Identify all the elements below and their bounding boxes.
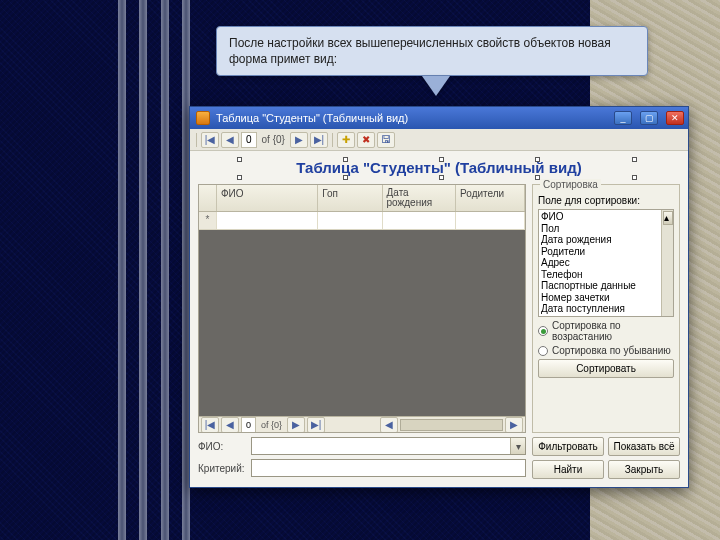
sort-list-item[interactable]: Дата рождения: [541, 234, 671, 246]
data-grid[interactable]: ФИО Гоп Дата рождения Родители * |◀ ◀ 0: [198, 184, 526, 433]
window-title: Таблица "Студенты" (Табличный вид): [216, 112, 408, 124]
grid-navigator: |◀ ◀ 0 of {0} ▶ ▶| ◀ ▶: [199, 416, 525, 432]
grid-nav-first[interactable]: |◀: [201, 417, 219, 433]
find-button[interactable]: Найти: [532, 460, 604, 479]
nav-position-input[interactable]: 0: [241, 132, 257, 148]
nav-prev-button[interactable]: ◀: [221, 132, 239, 148]
sort-desc-radio[interactable]: Сортировка по убыванию: [538, 345, 674, 356]
close-window-button[interactable]: ✕: [666, 111, 684, 125]
fio-label: ФИО:: [198, 441, 245, 452]
grid-nav-last[interactable]: ▶|: [307, 417, 325, 433]
sort-list-item[interactable]: Родители: [541, 246, 671, 258]
maximize-button[interactable]: ▢: [640, 111, 658, 125]
new-row[interactable]: *: [199, 212, 525, 230]
listbox-scrollbar[interactable]: ▴: [661, 210, 673, 316]
grid-header: ФИО Гоп Дата рождения Родители: [199, 185, 525, 212]
filter-button[interactable]: Фильтровать: [532, 437, 604, 456]
decorative-rails: [118, 0, 190, 540]
sort-list-item[interactable]: Телефон: [541, 269, 671, 281]
sort-list-item[interactable]: Пол: [541, 223, 671, 235]
chevron-down-icon[interactable]: ▾: [510, 438, 525, 454]
sort-list-item[interactable]: Группа: [541, 315, 671, 318]
nav-of-label: of {0}: [259, 134, 288, 145]
grid-empty-area: [199, 230, 525, 416]
sort-asc-label: Сортировка по возрастанию: [552, 320, 674, 342]
form-header: Таблица "Студенты" (Табличный вид): [198, 157, 680, 180]
sort-field-listbox[interactable]: ФИОПолДата рожденияРодителиАдресТелефонП…: [538, 209, 674, 317]
grid-nav-prev[interactable]: ◀: [221, 417, 239, 433]
fio-combo[interactable]: ▾: [251, 437, 526, 455]
form-title: Таблица "Студенты" (Табличный вид): [296, 159, 581, 176]
nav-first-button[interactable]: |◀: [201, 132, 219, 148]
sort-desc-label: Сортировка по убыванию: [552, 345, 671, 356]
nav-last-button[interactable]: ▶|: [310, 132, 328, 148]
delete-record-button[interactable]: ✖: [357, 132, 375, 148]
save-button[interactable]: 🖫: [377, 132, 395, 148]
col-parents[interactable]: Родители: [456, 185, 525, 211]
close-button[interactable]: Закрыть: [608, 460, 680, 479]
col-birthdate[interactable]: Дата рождения: [383, 185, 457, 211]
col-fio[interactable]: ФИО: [217, 185, 318, 211]
callout-arrow-icon: [422, 76, 450, 96]
add-record-button[interactable]: ✚: [337, 132, 355, 148]
criteria-input[interactable]: [251, 459, 526, 477]
grid-nav-of: of {0}: [258, 420, 285, 430]
sort-list-item[interactable]: ФИО: [541, 211, 671, 223]
sort-legend: Сортировка: [540, 179, 601, 190]
sort-list-item[interactable]: Номер зачетки: [541, 292, 671, 304]
grid-scroll-left[interactable]: ◀: [380, 417, 398, 433]
nav-next-button[interactable]: ▶: [290, 132, 308, 148]
sort-button[interactable]: Сортировать: [538, 359, 674, 378]
sort-groupbox: Сортировка Поле для сортировки: ФИОПолДа…: [532, 184, 680, 433]
sort-list-item[interactable]: Дата поступления: [541, 303, 671, 315]
col-gop[interactable]: Гоп: [318, 185, 382, 211]
grid-nav-next[interactable]: ▶: [287, 417, 305, 433]
sort-asc-radio[interactable]: Сортировка по возрастанию: [538, 320, 674, 342]
app-window: Таблица "Студенты" (Табличный вид) _ ▢ ✕…: [189, 106, 689, 488]
minimize-button[interactable]: _: [614, 111, 632, 125]
showall-button[interactable]: Показать всё: [608, 437, 680, 456]
callout-box: После настройки всех вышеперечисленных с…: [216, 26, 648, 76]
app-icon: [196, 111, 210, 125]
titlebar[interactable]: Таблица "Студенты" (Табличный вид) _ ▢ ✕: [190, 107, 688, 129]
grid-scroll-right[interactable]: ▶: [505, 417, 523, 433]
sort-field-label: Поле для сортировки:: [538, 195, 674, 206]
sort-list-item[interactable]: Адрес: [541, 257, 671, 269]
new-row-marker-icon: *: [199, 212, 217, 229]
radio-on-icon: [538, 326, 548, 336]
grid-nav-pos[interactable]: 0: [241, 417, 256, 433]
scroll-up-icon[interactable]: ▴: [663, 211, 673, 225]
sort-list-item[interactable]: Паспортные данные: [541, 280, 671, 292]
navigator-toolbar: |◀ ◀ 0 of {0} ▶ ▶| ✚ ✖ 🖫: [190, 129, 688, 151]
radio-off-icon: [538, 346, 548, 356]
criteria-label: Критерий:: [198, 463, 245, 474]
